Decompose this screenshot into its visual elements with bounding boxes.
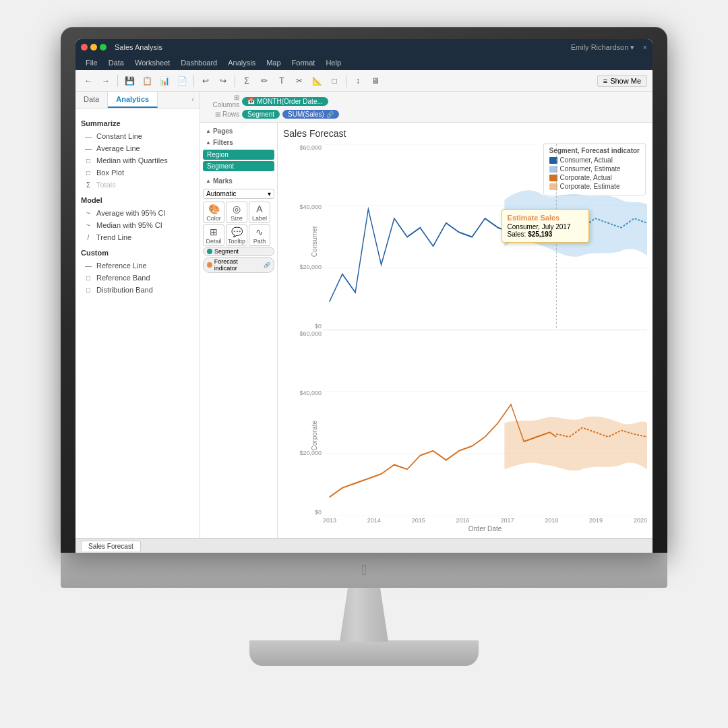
filter-region[interactable]: Region xyxy=(203,150,274,160)
columns-label: ⊞ Columns xyxy=(206,94,239,109)
marks-type-dropdown[interactable]: Automatic ▾ xyxy=(203,189,274,199)
analytics-median-quartiles[interactable]: □ Median with Quartiles xyxy=(81,154,194,166)
close-button[interactable] xyxy=(81,44,88,51)
box-plot-icon: □ xyxy=(84,168,93,177)
imac-wrapper: Sales Analysis Emily Richardson ▾ × File… xyxy=(61,27,667,701)
toolbar-sep-1 xyxy=(117,75,118,87)
tooltip-sales: Sales: $25,193 xyxy=(508,231,583,238)
filters-section: ▲ Filters xyxy=(203,137,274,148)
shelf-area: ⊞ Columns 📅 MONTH(Order Date... ⊞ Rows S… xyxy=(200,92,653,123)
window-controls xyxy=(81,44,107,51)
device-button[interactable]: 🖥 xyxy=(368,73,383,88)
analytics-box-plot[interactable]: □ Box Plot xyxy=(81,166,194,179)
left-panel: Data Analytics ‹ Summarize — Constant Li… xyxy=(75,92,200,538)
menu-format[interactable]: Format xyxy=(287,57,320,68)
edit-button[interactable]: ✏ xyxy=(257,73,272,88)
y-labels-corporate: $60,000 $40,000 $20,000 $0 xyxy=(296,330,322,516)
minimize-button[interactable] xyxy=(90,44,97,51)
consumer-chart-svg xyxy=(323,144,647,330)
back-button[interactable]: ← xyxy=(81,73,96,88)
columns-shelf: ⊞ Columns 📅 MONTH(Order Date... xyxy=(206,94,647,109)
print-button[interactable]: 📄 xyxy=(175,73,189,88)
toolbar-sep-4 xyxy=(346,75,346,87)
duplicate-button[interactable]: 📊 xyxy=(157,73,172,88)
chart-area: Sales Forecast Segment, Forecast indicat… xyxy=(278,123,653,538)
avg-ci-icon: ~ xyxy=(84,208,93,218)
window-close-icon[interactable]: × xyxy=(643,43,647,51)
marks-field-segment[interactable]: Segment xyxy=(203,247,274,256)
tab-data[interactable]: Data xyxy=(75,92,108,108)
marks-section: ▲ Marks xyxy=(203,175,274,187)
show-me-button[interactable]: ≡ Show Me xyxy=(597,75,647,87)
menu-analysis[interactable]: Analysis xyxy=(223,57,260,68)
imac-screen-frame: Sales Analysis Emily Richardson ▾ × File… xyxy=(61,27,667,553)
redo-button[interactable]: ↪ xyxy=(216,73,231,88)
show-me-icon: ≡ xyxy=(603,77,607,85)
menu-dashboard[interactable]: Dashboard xyxy=(176,57,222,68)
maximize-button[interactable] xyxy=(100,44,107,51)
menu-items: File Data Worksheet Dashboard Analysis M… xyxy=(81,57,346,68)
charts-with-axes: Consumer Corporate xyxy=(283,144,647,533)
rows-pill-sales[interactable]: SUM(Sales) 🔗 xyxy=(282,110,339,119)
imac-chin:  xyxy=(61,553,667,588)
menu-file[interactable]: File xyxy=(81,57,102,68)
title-bar-right: Emily Richardson ▾ × xyxy=(571,43,647,52)
marks-color-button[interactable]: 🎨 Color xyxy=(203,202,224,223)
marks-tooltip-button[interactable]: 💬 Tooltip xyxy=(226,224,247,246)
forward-button[interactable]: → xyxy=(98,73,113,88)
analytics-median-95ci[interactable]: ~ Median with 95% CI xyxy=(81,219,194,231)
charts-column: $60,000 $40,000 $20,000 $0 xyxy=(323,144,647,533)
marks-label-button[interactable]: A Label xyxy=(249,202,270,223)
imac-stand-base xyxy=(249,640,479,666)
analytics-trend-line[interactable]: / Trend Line xyxy=(81,231,194,243)
tableau-app: Sales Analysis Emily Richardson ▾ × File… xyxy=(75,39,653,553)
marks-field-forecast[interactable]: Forecast indicator 🔗 xyxy=(203,257,274,273)
cut-button[interactable]: ✂ xyxy=(292,73,307,88)
x-axis-label: Order Date xyxy=(323,525,647,533)
analytics-panel: Summarize — Constant Line — Average Line… xyxy=(75,109,200,538)
measure-button[interactable]: 📐 xyxy=(309,73,324,88)
imac-screen-bezel: Sales Analysis Emily Richardson ▾ × File… xyxy=(75,39,653,553)
title-bar-left: Sales Analysis xyxy=(81,43,162,51)
main-content: Data Analytics ‹ Summarize — Constant Li… xyxy=(75,92,653,538)
pages-section: ▲ Pages xyxy=(203,125,274,137)
marks-detail-button[interactable]: ⊞ Detail xyxy=(203,224,224,246)
tooltip-title: Estimate Sales xyxy=(508,214,583,222)
select-button[interactable]: □ xyxy=(327,73,342,88)
apple-logo:  xyxy=(361,562,367,579)
consumer-chart: $60,000 $40,000 $20,000 $0 xyxy=(323,144,647,330)
analytics-totals: Σ Totals xyxy=(81,179,194,191)
sum-button[interactable]: Σ xyxy=(239,73,254,88)
rows-pill-segment[interactable]: Segment xyxy=(242,110,280,119)
new-button[interactable]: 📋 xyxy=(140,73,154,88)
presentation-button[interactable]: ↕ xyxy=(351,73,365,88)
user-name: Emily Richardson ▾ xyxy=(571,43,635,51)
undo-button[interactable]: ↩ xyxy=(198,73,213,88)
marks-path-button[interactable]: ∿ Path xyxy=(249,224,270,246)
save-button[interactable]: 💾 xyxy=(122,73,137,88)
tooltip-segment: Consumer, July 2017 xyxy=(508,223,583,231)
menu-map[interactable]: Map xyxy=(262,57,285,68)
tooltip: Estimate Sales Consumer, July 2017 Sales… xyxy=(502,209,589,243)
text-button[interactable]: T xyxy=(274,73,289,88)
menu-worksheet[interactable]: Worksheet xyxy=(130,57,175,68)
analytics-average-line[interactable]: — Average Line xyxy=(81,142,194,154)
panel-collapse-arrow[interactable]: ‹ xyxy=(186,92,200,108)
analytics-avg-95ci[interactable]: ~ Average with 95% CI xyxy=(81,207,194,219)
analytics-constant-line[interactable]: — Constant Line xyxy=(81,130,194,142)
tab-analytics[interactable]: Analytics xyxy=(108,92,158,108)
menu-help[interactable]: Help xyxy=(321,57,346,68)
y-labels-consumer: $60,000 $40,000 $20,000 $0 xyxy=(296,144,322,330)
trend-line-icon: / xyxy=(84,233,93,242)
marks-controls: 🎨 Color ◎ Size A Label xyxy=(203,202,274,246)
analytics-reference-band[interactable]: □ Reference Band xyxy=(81,272,194,284)
analytics-reference-line[interactable]: — Reference Line xyxy=(81,260,194,272)
analytics-distribution-band[interactable]: □ Distribution Band xyxy=(81,284,194,296)
columns-pill[interactable]: 📅 MONTH(Order Date... xyxy=(242,97,328,106)
menu-data[interactable]: Data xyxy=(104,57,129,68)
title-bar: Sales Analysis Emily Richardson ▾ × xyxy=(75,39,653,55)
toolbar: ← → 💾 📋 📊 📄 ↩ ↪ Σ ✏ T ✂ 📐 □ xyxy=(75,70,653,92)
sheet-tab[interactable]: Sales Forecast xyxy=(81,541,141,551)
filter-segment[interactable]: Segment xyxy=(203,161,274,171)
marks-size-button[interactable]: ◎ Size xyxy=(226,202,247,223)
